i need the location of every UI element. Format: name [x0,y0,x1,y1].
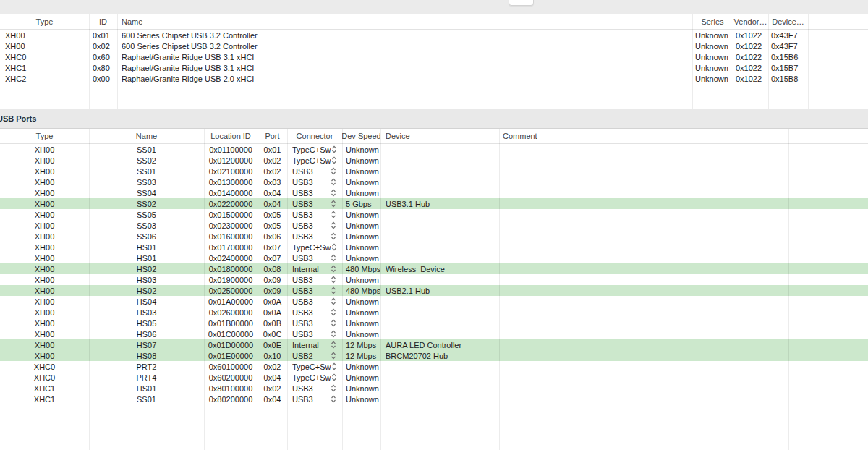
header-cell-location[interactable]: Location ID [204,129,258,143]
header-cell-vendor[interactable]: Vendor… [733,14,768,29]
table-row[interactable]: XH000x01600 Series Chipset USB 3.2 Contr… [0,30,868,41]
table-row[interactable]: XH00HS010x024000000x07USB3Unknown [0,252,868,263]
cell-connector[interactable]: USB3 [287,220,342,231]
cell-connector[interactable]: TypeC+Sw [287,144,342,155]
cell-text: 0x01 [93,31,110,40]
table-row[interactable]: XHC20x00Raphael/Granite Ridge USB 2.0 xH… [0,73,868,84]
table-row[interactable]: XH00SS040x014000000x04USB3Unknown [0,187,868,198]
table-row[interactable]: XH00SS060x016000000x06USB3Unknown [0,231,868,242]
table-row[interactable]: XHC1SS010x802000000x04USB3Unknown [0,394,868,404]
header-cell-connector[interactable]: Connector [287,129,342,143]
popup-stepper-icon[interactable] [331,286,336,294]
header-cell-name[interactable]: Name [89,129,204,143]
header-cell-speed[interactable]: Dev Speed [342,129,380,143]
toolbar-button-partial[interactable] [509,0,534,6]
table-row[interactable]: XH00HS010x017000000x07TypeC+SwUnknown [0,242,868,252]
cell-connector[interactable]: TypeC+Sw [287,361,342,372]
header-cell-type[interactable]: Type [0,129,89,143]
popup-stepper-icon[interactable] [331,352,336,360]
popup-stepper-icon[interactable] [331,297,336,305]
cell-connector[interactable]: TypeC+Sw [287,242,342,252]
header-cell-device[interactable]: Device [380,129,499,143]
popup-stepper-icon[interactable] [331,276,336,284]
table-row[interactable]: XH00HS030x026000000x0AUSB3Unknown [0,307,868,318]
cell-text: XH00 [5,31,25,40]
popup-stepper-icon[interactable] [331,373,337,381]
table-row[interactable]: XH00SS050x015000000x05USB3Unknown [0,209,868,220]
popup-stepper-icon[interactable] [331,211,336,218]
popup-stepper-icon[interactable] [331,167,336,175]
cell-connector[interactable]: USB3 [287,285,342,296]
header-cell-port[interactable]: Port [258,129,287,143]
cell-connector[interactable]: TypeC+Sw [287,155,342,166]
cell-text: 0x1022 [736,64,762,72]
cell-connector[interactable]: USB3 [287,394,342,404]
popup-stepper-icon[interactable] [331,341,336,349]
cell-text: 0x15B8 [771,75,798,83]
popup-stepper-icon[interactable] [331,200,336,208]
cell-connector[interactable]: USB3 [287,383,342,394]
cell-connector[interactable]: USB3 [287,296,342,307]
table-row[interactable]: XHC0PRT40x602000000x04TypeC+SwUnknown [0,372,868,383]
table-row[interactable]: XH00SS010x011000000x01TypeC+SwUnknown [0,144,868,155]
table-row[interactable]: XH00HS030x019000000x09USB3Unknown [0,274,868,285]
table-row[interactable]: XH00SS020x012000000x02TypeC+SwUnknown [0,155,868,166]
table-row[interactable]: XH00SS030x013000000x03USB3Unknown [0,177,868,187]
cell-connector[interactable]: USB3 [287,274,342,285]
popup-stepper-icon[interactable] [331,395,336,403]
cell-connector[interactable]: Internal [287,263,342,274]
table-row[interactable]: XH00SS020x022000000x04USB35 GbpsUSB3.1 H… [0,198,868,209]
popup-stepper-icon[interactable] [331,145,337,153]
popup-stepper-icon[interactable] [331,232,336,240]
popup-stepper-icon[interactable] [331,308,336,316]
cell-connector[interactable]: USB3 [287,166,342,177]
cell-connector[interactable]: USB3 [287,318,342,328]
header-cell-id[interactable]: ID [89,14,117,29]
cell-type: XH00 [0,328,89,339]
cell-connector[interactable]: USB3 [287,187,342,198]
header-cell-type[interactable]: Type [0,14,89,29]
cell-connector[interactable]: USB2 [287,350,342,361]
table-row[interactable]: XH000x02600 Series Chipset USB 3.2 Contr… [0,41,868,51]
cell-comment [499,209,788,220]
popup-stepper-icon[interactable] [331,221,336,229]
table-row[interactable]: XH00HS060x01C000000x0CUSB3Unknown [0,328,868,339]
cell-connector[interactable]: Internal [287,339,342,350]
popup-stepper-icon[interactable] [331,178,336,186]
popup-stepper-icon[interactable] [331,265,336,273]
table-row[interactable]: XH00HS040x01A000000x0AUSB3Unknown [0,296,868,307]
table-row[interactable]: XH00HS020x025000000x09USB3480 MbpsUSB2.1… [0,285,868,296]
table-row[interactable]: XH00HS020x018000000x08Internal480 MbpsWi… [0,263,868,274]
table-row[interactable]: XH00HS070x01D000000x0EInternal12 MbpsAUR… [0,339,868,350]
popup-stepper-icon[interactable] [331,330,336,338]
cell-connector[interactable]: USB3 [287,307,342,318]
cell-connector[interactable]: USB3 [287,198,342,209]
cell-connector[interactable]: TypeC+Sw [287,372,342,383]
header-cell-series[interactable]: Series [692,14,733,29]
popup-stepper-icon[interactable] [331,254,336,262]
header-cell-name[interactable]: Name [117,14,692,29]
popup-stepper-icon[interactable] [331,189,336,197]
table-row[interactable]: XHC10x80Raphael/Granite Ridge USB 3.1 xH… [0,62,868,73]
header-cell-comment[interactable]: Comment [499,129,788,143]
cell-connector[interactable]: USB3 [287,231,342,242]
popup-stepper-icon[interactable] [331,362,337,370]
cell-connector[interactable]: USB3 [287,209,342,220]
cell-text: HS02 [137,265,157,273]
popup-stepper-icon[interactable] [331,384,336,392]
table-row[interactable]: XH00SS030x023000000x05USB3Unknown [0,220,868,231]
cell-location: 0x01200000 [204,155,258,166]
header-cell-device[interactable]: Device… [768,14,808,29]
cell-connector[interactable]: USB3 [287,177,342,187]
table-row[interactable]: XH00HS050x01B000000x0BUSB3Unknown [0,318,868,328]
table-row[interactable]: XHC00x60Raphael/Granite Ridge USB 3.1 xH… [0,51,868,62]
cell-connector[interactable]: USB3 [287,328,342,339]
table-row[interactable]: XHC1HS010x801000000x02USB3Unknown [0,383,868,394]
popup-stepper-icon[interactable] [331,319,336,327]
popup-stepper-icon[interactable] [331,156,337,164]
cell-connector[interactable]: USB3 [287,252,342,263]
table-row[interactable]: XH00SS010x021000000x02USB3Unknown [0,166,868,177]
table-row[interactable]: XHC0PRT20x601000000x02TypeC+SwUnknown [0,361,868,372]
table-row[interactable]: XH00HS080x01E000000x10USB212 MbpsBRCM207… [0,350,868,361]
popup-stepper-icon[interactable] [331,243,337,251]
